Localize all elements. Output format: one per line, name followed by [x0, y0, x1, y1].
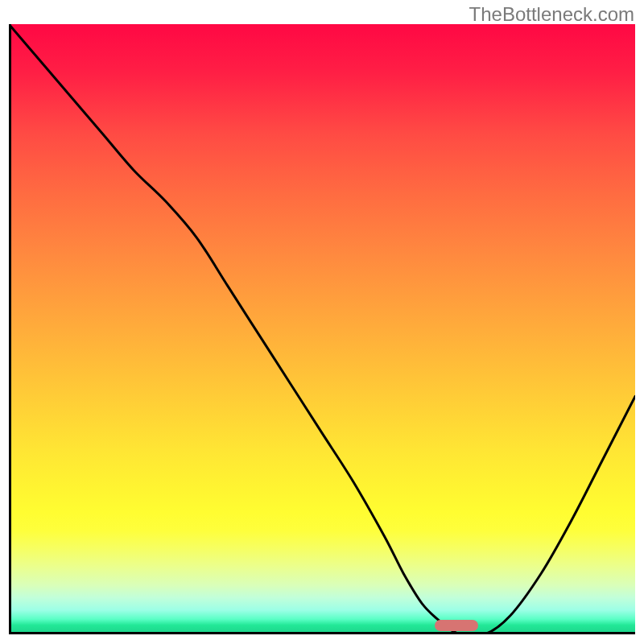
watermark-text: TheBottleneck.com	[469, 3, 634, 26]
x-axis	[9, 632, 635, 634]
plot-area	[9, 24, 635, 634]
chart-container: TheBottleneck.com	[0, 0, 644, 644]
y-axis	[9, 24, 11, 634]
bottleneck-curve	[9, 24, 635, 634]
curve-path	[9, 24, 635, 634]
optimal-marker	[435, 620, 478, 631]
